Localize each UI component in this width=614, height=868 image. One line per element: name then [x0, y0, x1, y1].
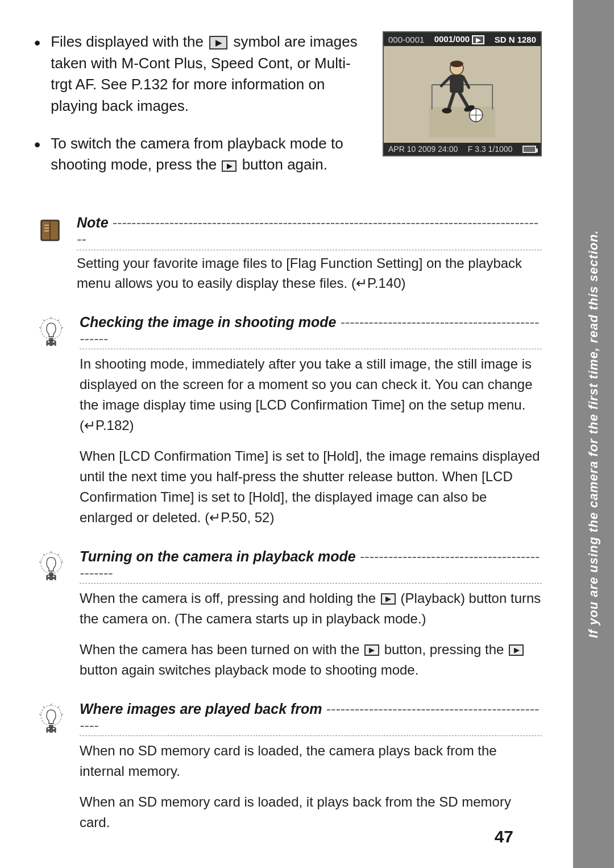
soccer-player-illustration — [428, 52, 496, 137]
playback-file-icon: ▶ — [209, 36, 227, 49]
playback-button-icon-bullet2: ▶ — [222, 160, 237, 172]
tip3-para1: When no SD memory card is loaded, the ca… — [80, 741, 542, 782]
playback-icon-tip2c: ▶ — [509, 644, 524, 656]
bullet-text-area: • Files displayed with the ▶ symbol are … — [34, 31, 366, 192]
tip-section-2: Turning on the camera in playback mode -… — [34, 548, 542, 680]
svg-rect-63 — [53, 731, 55, 733]
camera-play-icon: ▶ — [472, 35, 484, 44]
tip3-para2: When an SD memory card is loaded, it pla… — [80, 792, 542, 833]
svg-rect-48 — [48, 579, 49, 580]
camera-screen: 000-0001 0001/000 ▶ SD N 1280 — [383, 31, 542, 156]
tip-section-3: Where images are played back from ------… — [34, 701, 542, 833]
tip-content-2: Turning on the camera in playback mode -… — [80, 548, 542, 680]
tip2-para2-text: When the camera has been turned on with … — [80, 642, 359, 657]
note-section: Note -----------------------------------… — [34, 214, 542, 294]
svg-rect-46 — [48, 576, 49, 577]
battery-icon — [522, 146, 536, 153]
bullet-dot-2: • — [34, 135, 40, 154]
tip2-para2-end: button again switches playback mode to s… — [80, 662, 418, 677]
tip1-para1: In shooting mode, immediately after you … — [80, 354, 542, 436]
svg-rect-35 — [53, 345, 55, 346]
book-icon — [36, 217, 64, 244]
note-icon — [34, 214, 65, 246]
camera-footer: APR 10 2009 24:00 F 3.3 1/1000 — [384, 143, 541, 155]
playback-icon-tip2b: ▶ — [364, 644, 379, 656]
tip1-header-text: Checking the image in shooting mode — [80, 314, 336, 330]
tip3-header-text: Where images are played back from — [80, 701, 322, 717]
svg-point-8 — [450, 60, 463, 67]
lightbulb-icon-1 — [36, 316, 66, 346]
note-content: Note -----------------------------------… — [77, 214, 542, 294]
page-container: If you are using the camera for the firs… — [0, 0, 614, 868]
camera-header: 000-0001 0001/000 ▶ SD N 1280 — [384, 32, 541, 46]
tip-icon-1 — [34, 314, 68, 346]
main-content: • Files displayed with the ▶ symbol are … — [0, 0, 573, 868]
tip-header-3: Where images are played back from ------… — [80, 701, 542, 736]
svg-rect-53 — [49, 725, 53, 728]
tip2-para1-text: When the camera is off, pressing and hol… — [80, 590, 376, 606]
tip2-para2: When the camera has been turned on with … — [80, 639, 542, 680]
playback-icon-tip2a: ▶ — [381, 593, 396, 605]
tip2-para1: When the camera is off, pressing and hol… — [80, 588, 542, 629]
lightbulb-icon-2 — [36, 551, 66, 580]
tip1-para2: When [LCD Confirmation Time] is set to [… — [80, 446, 542, 528]
tip-icon-2 — [34, 548, 68, 580]
camera-preview: 000-0001 0001/000 ▶ SD N 1280 — [383, 31, 542, 192]
bullet2-rest: button again. — [242, 156, 327, 173]
note-dashes: ----------------------------------------… — [77, 214, 538, 247]
page-number: 47 — [495, 827, 513, 846]
bullet-section: • Files displayed with the ▶ symbol are … — [34, 31, 542, 192]
camera-header-left: 000-0001 — [388, 35, 424, 44]
bullet1-prefix: Files displayed with the — [51, 33, 204, 50]
svg-line-43 — [43, 554, 44, 555]
tip-content-3: Where images are played back from ------… — [80, 701, 542, 833]
note-text: Setting your favorite image files to [Fl… — [77, 254, 542, 294]
svg-rect-49 — [53, 579, 55, 580]
svg-rect-60 — [48, 728, 49, 729]
svg-line-55 — [58, 706, 59, 708]
bullet-text-1: Files displayed with the ▶ symbol are im… — [51, 31, 366, 117]
svg-line-13 — [459, 93, 468, 107]
svg-rect-34 — [48, 345, 49, 346]
tip-content-1: Checking the image in shooting mode ----… — [80, 314, 542, 528]
svg-rect-0 — [429, 107, 495, 137]
note-header: Note -----------------------------------… — [77, 214, 542, 250]
camera-exposure: F 3.3 1/1000 — [468, 144, 513, 154]
svg-rect-33 — [53, 341, 55, 342]
svg-rect-61 — [53, 728, 55, 729]
camera-date: APR 10 2009 24:00 — [388, 144, 458, 154]
bullet-dot-1: • — [34, 34, 40, 52]
svg-rect-9 — [450, 75, 463, 93]
tip-header-1: Checking the image in shooting mode ----… — [80, 314, 542, 349]
svg-rect-47 — [53, 576, 55, 577]
tip2-header-text: Turning on the camera in playback mode — [80, 548, 356, 564]
tip-header-2: Turning on the camera in playback mode -… — [80, 548, 542, 584]
svg-line-29 — [43, 320, 44, 321]
note-header-text: Note — [77, 214, 109, 230]
lightbulb-icon-3 — [36, 703, 66, 733]
bullet-text-2: To switch the camera from playback mode … — [51, 133, 366, 176]
camera-header-center: 0001/000 ▶ — [434, 34, 485, 44]
side-tab-text: If you are using the camera for the firs… — [586, 230, 601, 638]
camera-image-area — [384, 46, 541, 143]
svg-line-11 — [463, 77, 469, 88]
tip-icon-3 — [34, 701, 68, 733]
svg-line-27 — [58, 320, 59, 321]
svg-line-57 — [43, 706, 44, 708]
bullet-item-1: • Files displayed with the ▶ symbol are … — [34, 31, 366, 117]
tip-section-1: Checking the image in shooting mode ----… — [34, 314, 542, 528]
bullet-item-2: • To switch the camera from playback mod… — [34, 133, 366, 176]
svg-rect-39 — [49, 573, 53, 575]
svg-rect-62 — [48, 731, 49, 733]
side-tab: If you are using the camera for the firs… — [573, 0, 614, 868]
svg-point-14 — [442, 108, 451, 114]
svg-rect-32 — [48, 341, 49, 342]
camera-header-count: 0001/000 — [434, 34, 470, 44]
tip2-para2-mid: button, pressing the — [384, 642, 504, 657]
svg-rect-25 — [49, 338, 53, 341]
camera-header-right: SD N 1280 — [495, 35, 536, 44]
svg-line-41 — [58, 554, 59, 555]
